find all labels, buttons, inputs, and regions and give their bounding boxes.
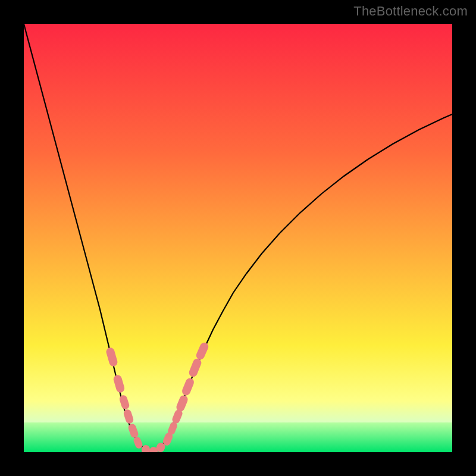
plot-area [24, 24, 452, 452]
bottleneck-curve [24, 24, 452, 452]
watermark-text: TheBottleneck.com [353, 4, 468, 19]
chart-frame: TheBottleneck.com [0, 0, 476, 476]
data-marker [142, 445, 150, 452]
